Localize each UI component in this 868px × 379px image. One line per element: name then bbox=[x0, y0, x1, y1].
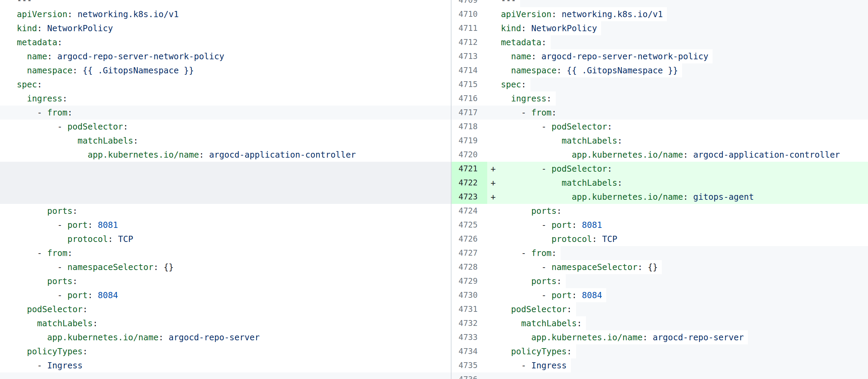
old-code-line: - port: 8081 bbox=[17, 218, 118, 232]
old-code-line: - Ingress bbox=[17, 358, 87, 372]
line-number[interactable]: 4725 bbox=[451, 218, 487, 232]
code-token: 8081 bbox=[582, 220, 602, 230]
new-code-line: policyTypes: bbox=[501, 344, 576, 358]
old-code-line: apiVersion: networking.k8s.io/v1 bbox=[17, 7, 183, 21]
code-token: : bbox=[556, 276, 562, 286]
line-number[interactable]: 4723 bbox=[451, 190, 487, 204]
code-token: {{ .GitopsNamespace }} bbox=[567, 65, 678, 75]
new-code-line: app.kubernetes.io/name: gitops-agent bbox=[501, 190, 754, 204]
code-token: : bbox=[556, 65, 567, 75]
diff-row: - namespaceSelector: {} 4728 - namespace… bbox=[0, 260, 868, 274]
line-number[interactable]: 4730 bbox=[451, 288, 487, 302]
code-token: : bbox=[572, 220, 582, 230]
code-token: kind bbox=[17, 23, 37, 33]
diff-marker bbox=[487, 7, 501, 21]
old-code-cell: policyTypes: bbox=[0, 344, 451, 358]
code-token: metadata bbox=[501, 37, 541, 47]
line-number[interactable]: 4719 bbox=[451, 134, 487, 148]
old-code-line: spec: bbox=[17, 77, 46, 91]
diff-marker: + bbox=[487, 162, 501, 176]
old-code-line: name: argocd-repo-server-network-policy bbox=[17, 49, 228, 63]
old-code-line: app.kubernetes.io/name: argocd-applicati… bbox=[17, 148, 356, 162]
code-token: : bbox=[123, 122, 128, 132]
new-code-cell: - namespaceSelector: {} bbox=[501, 260, 868, 274]
code-token: : bbox=[567, 304, 572, 314]
line-number[interactable]: 4722 bbox=[451, 176, 487, 190]
new-code-cell: - from: bbox=[501, 106, 868, 120]
code-token: matchLabels bbox=[521, 318, 577, 328]
new-code-line: kind: NetworkPolicy bbox=[501, 21, 601, 35]
old-code-line: matchLabels: bbox=[17, 134, 138, 148]
code-token: - bbox=[501, 360, 531, 370]
diff-row: app.kubernetes.io/name: argocd-repo-serv… bbox=[0, 330, 868, 344]
line-number[interactable]: 4724 bbox=[451, 204, 487, 218]
diff-row: ingress: 4716 ingress: bbox=[0, 91, 868, 106]
new-code-cell: apiVersion: networking.k8s.io/v1 bbox=[501, 7, 868, 21]
code-token: podSelector bbox=[27, 304, 83, 314]
code-token: : bbox=[57, 37, 62, 47]
new-code-cell: name: argocd-repo-server-network-policy bbox=[501, 49, 868, 63]
code-token: from bbox=[531, 108, 552, 118]
line-number[interactable]: 4727 bbox=[451, 246, 487, 260]
line-number[interactable]: 4716 bbox=[451, 91, 487, 106]
diff-row: --- 4736 --- bbox=[0, 372, 868, 379]
line-number[interactable]: 4711 bbox=[451, 21, 487, 35]
line-number[interactable]: 4712 bbox=[451, 35, 487, 49]
code-token: - bbox=[501, 290, 552, 300]
new-code-cell: matchLabels: bbox=[501, 134, 868, 148]
code-token: : bbox=[607, 164, 612, 174]
code-token bbox=[501, 318, 521, 328]
code-token: - bbox=[501, 108, 531, 118]
line-number[interactable]: 4731 bbox=[451, 302, 487, 316]
code-token bbox=[501, 178, 562, 188]
line-number[interactable]: 4718 bbox=[451, 120, 487, 134]
code-token: namespaceSelector bbox=[552, 262, 638, 272]
line-number[interactable]: 4732 bbox=[451, 316, 487, 330]
diff-row: policyTypes: 4734 policyTypes: bbox=[0, 344, 868, 358]
code-token bbox=[17, 94, 27, 103]
diff-row: - port: 8081 4725 - port: 8081 bbox=[0, 218, 868, 232]
code-token: protocol bbox=[68, 234, 108, 244]
line-number[interactable]: 4714 bbox=[451, 63, 487, 77]
line-number[interactable]: 4733 bbox=[451, 330, 487, 344]
diff-row: matchLabels: 4732 matchLabels: bbox=[0, 316, 868, 330]
new-code-line: - podSelector: bbox=[501, 162, 612, 176]
old-code-cell: kind: NetworkPolicy bbox=[0, 21, 451, 35]
line-number[interactable]: 4717 bbox=[451, 106, 487, 120]
diff-marker bbox=[487, 218, 501, 232]
new-code-line: - namespaceSelector: {} bbox=[501, 260, 662, 274]
line-number[interactable]: 4715 bbox=[451, 77, 487, 91]
diff-marker bbox=[487, 274, 501, 288]
line-number[interactable]: 4726 bbox=[451, 232, 487, 246]
code-token: app.kubernetes.io/name bbox=[572, 192, 683, 202]
new-code-cell: podSelector: bbox=[501, 302, 868, 316]
new-code-cell: matchLabels: bbox=[501, 176, 868, 190]
code-token: : bbox=[68, 248, 73, 258]
line-number[interactable]: 4721 bbox=[451, 162, 487, 176]
code-token: : bbox=[37, 80, 42, 89]
code-token: : bbox=[521, 23, 531, 33]
code-token: app.kubernetes.io/name bbox=[572, 150, 683, 160]
line-number[interactable]: 4735 bbox=[451, 358, 487, 372]
code-token: : bbox=[521, 80, 526, 89]
diff-row: app.kubernetes.io/name: argocd-applicati… bbox=[0, 148, 868, 162]
line-number[interactable]: 4710 bbox=[451, 7, 487, 21]
code-token: : bbox=[68, 9, 78, 19]
new-code-cell: policyTypes: bbox=[501, 344, 868, 358]
code-token: --- bbox=[501, 375, 516, 379]
line-number[interactable]: 4709 bbox=[451, 0, 487, 7]
old-code-cell: matchLabels: bbox=[0, 316, 451, 330]
line-number[interactable]: 4734 bbox=[451, 344, 487, 358]
line-number[interactable]: 4728 bbox=[451, 260, 487, 274]
code-token: : bbox=[199, 150, 209, 160]
line-number[interactable]: 4720 bbox=[451, 148, 487, 162]
line-number[interactable]: 4736 bbox=[451, 372, 487, 379]
diff-marker bbox=[487, 0, 501, 7]
new-code-cell: ports: bbox=[501, 204, 868, 218]
new-code-cell: - from: bbox=[501, 246, 868, 260]
diff-marker bbox=[487, 134, 501, 148]
new-code-line: spec: bbox=[501, 77, 530, 91]
line-number[interactable]: 4729 bbox=[451, 274, 487, 288]
diff-row: apiVersion: networking.k8s.io/v1 4710 ap… bbox=[0, 7, 868, 21]
line-number[interactable]: 4713 bbox=[451, 49, 487, 63]
